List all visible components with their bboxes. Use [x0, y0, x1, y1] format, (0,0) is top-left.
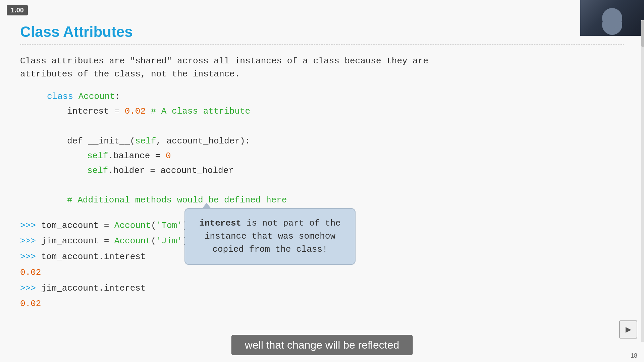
class-colon: : — [115, 92, 120, 102]
repl-prompt3: >>> — [20, 252, 41, 262]
repl-code4: jim_account.interest — [41, 283, 146, 293]
code-blank2 — [47, 178, 624, 193]
code-line-balance: self.balance = 0 — [87, 148, 624, 163]
repl-account1: Account — [114, 221, 151, 231]
callout-text2: instance that was somehow — [205, 231, 335, 241]
repl-prompt4: >>> — [20, 283, 41, 293]
repl-block: >>> tom_account = Account('Tom') >>> jim… — [20, 218, 624, 312]
repl-code1: tom_account = — [41, 221, 114, 231]
repl-code3: tom_account.interest — [41, 252, 146, 262]
self-keyword3: self — [87, 166, 108, 176]
code-line-holder: self.holder = account_holder — [87, 163, 624, 178]
repl-line6: 0.02 — [20, 296, 624, 312]
code-block: class Account: interest = 0.02 # A class… — [47, 89, 624, 208]
play-button[interactable] — [619, 320, 637, 339]
slide-title: Class Attributes — [20, 23, 624, 45]
slide-counter: 1.00 — [7, 5, 28, 15]
code-line-def: def __init__(self, account_holder): — [67, 134, 624, 148]
repl-line5: >>> jim_account.interest — [20, 281, 624, 296]
code-line-class: class Account: — [47, 89, 624, 104]
repl-str1: 'Tom' — [156, 221, 182, 231]
repl-output2: 0.02 — [20, 299, 41, 309]
keyword-def: def — [67, 136, 88, 146]
repl-account2: Account — [114, 236, 151, 246]
callout-text1: is not part of the — [241, 218, 340, 228]
init-name: __init__ — [88, 136, 130, 146]
code-line-interest: interest = 0.02 # A class attribute — [67, 104, 624, 119]
class-name: Account — [78, 92, 115, 102]
slide-description: Class attributes are "shared" across all… — [20, 55, 624, 81]
repl-str2: 'Jim' — [156, 236, 182, 246]
additional-comment: # Additional methods would be defined he… — [67, 195, 287, 205]
interest-var: interest — [67, 106, 109, 116]
repl-prompt1: >>> — [20, 221, 41, 231]
description-line2: attributes of the class, not the instanc… — [20, 68, 624, 81]
callout-bubble: interest is not part of the instance tha… — [184, 208, 356, 265]
self-keyword2: self — [87, 151, 108, 161]
code-line-additional-comment: # Additional methods would be defined he… — [67, 193, 624, 207]
subtitle-bar: well that change will be reflected — [231, 335, 413, 355]
callout-text3: copied from the class! — [212, 244, 327, 254]
code-blank1 — [47, 119, 624, 133]
self-keyword1: self — [135, 136, 156, 146]
repl-line4: 0.02 — [20, 265, 624, 281]
repl-prompt2: >>> — [20, 236, 41, 246]
interest-value: 0.02 — [125, 106, 146, 116]
slide-number: 18 — [631, 352, 637, 359]
class-attribute-comment: # A class attribute — [146, 106, 250, 116]
balance-value: 0 — [166, 151, 171, 161]
slide-content: Class Attributes Class attributes are "s… — [0, 20, 644, 342]
callout-keyword: interest — [199, 218, 241, 228]
callout-text: interest is not part of the instance tha… — [195, 217, 345, 256]
repl-code2: jim_account = — [41, 236, 114, 246]
repl-output1: 0.02 — [20, 267, 41, 278]
keyword-class: class — [47, 92, 78, 102]
top-bar: 1.00 — [0, 0, 644, 20]
description-line1: Class attributes are "shared" across all… — [20, 55, 624, 68]
